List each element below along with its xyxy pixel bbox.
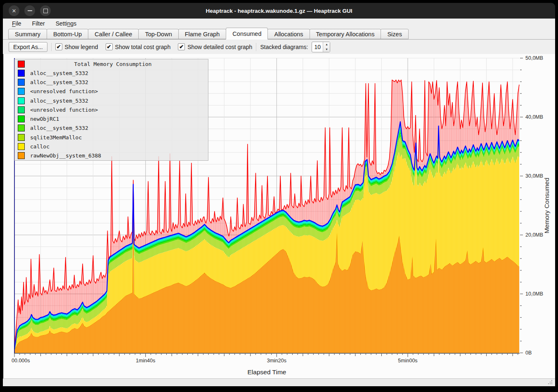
tab-allocations[interactable]: Allocations <box>267 29 310 39</box>
spin-down-button[interactable]: ▼ <box>323 47 330 52</box>
x-tick-label: 3min20s <box>267 358 286 364</box>
legend-label: Total Memory Consumption <box>30 61 196 67</box>
legend-swatch <box>18 115 25 122</box>
y-ticks: 0B10,0MB20,0MB30,0MB40,0MB50,0MBMemory C… <box>520 55 550 356</box>
window-title: Heaptrack - heaptrack.wakunode.1.gz — He… <box>3 8 555 14</box>
maximize-button[interactable] <box>40 5 51 16</box>
checkbox-show-detailed-cost-graph[interactable]: ✔Show detailed cost graph <box>178 43 252 50</box>
chart-legend: Total Memory Consumptionalloc__system_53… <box>14 59 208 161</box>
checkbox-icon: ✔ <box>55 43 62 50</box>
checkbox-icon: ✔ <box>178 43 185 50</box>
legend-swatch <box>18 79 25 86</box>
legend-label: newObjRC1 <box>30 116 59 122</box>
toolbar: Export As... ✔Show legend✔Show total cos… <box>3 40 555 54</box>
checkbox-label: Show detailed cost graph <box>187 44 252 50</box>
legend-label: alloc__system_5332 <box>30 125 88 131</box>
tab-top-down[interactable]: Top-Down <box>138 29 178 39</box>
legend-item: newObjRC1 <box>15 115 208 124</box>
x-axis-title: Elapsed Time <box>248 369 286 376</box>
tab-flame-graph[interactable]: Flame Graph <box>178 29 227 39</box>
tab-caller-callee[interactable]: Caller / Callee <box>88 29 139 39</box>
tab-consumed[interactable]: Consumed <box>226 28 268 40</box>
y-tick-label: 10,0MB <box>525 291 543 297</box>
tab-sizes[interactable]: Sizes <box>381 29 408 39</box>
legend-label: rawNewObj__system_6388 <box>30 153 101 159</box>
toolbar-separator <box>256 43 256 51</box>
x-ticks: 00.000s1min40s3min20s5min00sElapsed Time <box>12 354 518 376</box>
legend-item: rawNewObj__system_6388 <box>15 151 208 160</box>
toolbar-checkboxes: ✔Show legend✔Show total cost graph✔Show … <box>55 43 253 50</box>
legend-title-row: Total Memory Consumption <box>15 59 208 68</box>
minimize-icon <box>28 10 32 11</box>
menu-item-settings[interactable]: Settings <box>50 19 82 28</box>
legend-label: alloc__system_5332 <box>30 98 88 104</box>
legend-label: sqlite3MemMalloc <box>30 134 82 141</box>
checkbox-label: Show total cost graph <box>115 44 171 50</box>
checkbox-show-total-cost-graph[interactable]: ✔Show total cost graph <box>106 43 171 50</box>
legend-item: alloc__system_5332 <box>15 96 208 105</box>
legend-swatch <box>18 124 25 131</box>
y-tick-label: 0B <box>525 350 532 356</box>
legend-swatch <box>18 97 25 104</box>
x-tick-label: 5min00s <box>398 358 417 364</box>
status-bar <box>3 378 555 386</box>
application-window: ✕ Heaptrack - heaptrack.wakunode.1.gz — … <box>0 0 558 392</box>
menu-bar: FileFilterSettings <box>3 19 555 28</box>
y-axis-title: Memory Consumed <box>543 178 550 233</box>
legend-label: alloc__system_5332 <box>30 79 88 85</box>
menu-item-file[interactable]: File <box>7 19 27 28</box>
legend-item: alloc__system_5332 <box>15 78 208 87</box>
legend-label: <unresolved function> <box>30 107 98 113</box>
legend-swatch <box>18 143 25 150</box>
maximize-icon <box>43 9 48 13</box>
legend-swatch <box>18 88 25 95</box>
legend-item: sqlite3MemMalloc <box>15 133 208 142</box>
x-tick-label: 00.000s <box>12 358 30 364</box>
spin-up-button[interactable]: ▲ <box>323 42 330 47</box>
legend-label: calloc <box>30 143 50 150</box>
legend-item: <unresolved function> <box>15 87 208 96</box>
stacked-diagrams-spinbox[interactable]: 10 ▲ ▼ <box>312 42 330 52</box>
y-tick-label: 40,0MB <box>525 114 543 120</box>
legend-swatch <box>18 61 25 68</box>
stacked-diagrams-label: Stacked diagrams: <box>260 44 308 50</box>
toolbar-separator <box>51 43 52 51</box>
legend-swatch <box>18 152 25 159</box>
tab-bar: SummaryBottom-UpCaller / CalleeTop-DownF… <box>3 28 555 40</box>
legend-item: alloc__system_5332 <box>15 68 208 77</box>
tab-temporary-allocations[interactable]: Temporary Allocations <box>310 29 381 39</box>
consumed-chart-panel: 00.000s1min40s3min20s5min00sElapsed Time… <box>3 54 555 378</box>
y-tick-label: 50,0MB <box>525 55 543 61</box>
checkbox-label: Show legend <box>65 44 98 50</box>
export-as-button[interactable]: Export As... <box>9 42 47 52</box>
stacked-diagrams-value: 10 <box>312 42 323 52</box>
legend-item: <unresolved function> <box>15 105 208 114</box>
legend-label: alloc__system_5332 <box>30 70 88 76</box>
y-tick-label: 30,0MB <box>525 173 543 179</box>
checkbox-show-legend[interactable]: ✔Show legend <box>55 43 98 50</box>
close-button[interactable]: ✕ <box>9 5 19 16</box>
tab-summary[interactable]: Summary <box>8 29 47 39</box>
minimize-button[interactable] <box>24 5 35 16</box>
title-bar: ✕ Heaptrack - heaptrack.wakunode.1.gz — … <box>3 3 555 19</box>
x-tick-label: 1min40s <box>136 358 155 364</box>
legend-item: calloc <box>15 142 208 151</box>
legend-swatch <box>18 134 25 141</box>
resize-grip[interactable] <box>548 380 553 385</box>
legend-swatch <box>18 70 25 77</box>
spin-buttons: ▲ ▼ <box>323 42 330 52</box>
checkbox-icon: ✔ <box>106 43 113 50</box>
legend-swatch <box>18 106 25 113</box>
tab-bottom-up[interactable]: Bottom-Up <box>47 29 88 39</box>
legend-item: alloc__system_5332 <box>15 124 208 133</box>
legend-label: <unresolved function> <box>30 88 98 94</box>
y-tick-label: 20,0MB <box>525 232 543 238</box>
menu-item-filter[interactable]: Filter <box>27 19 50 28</box>
